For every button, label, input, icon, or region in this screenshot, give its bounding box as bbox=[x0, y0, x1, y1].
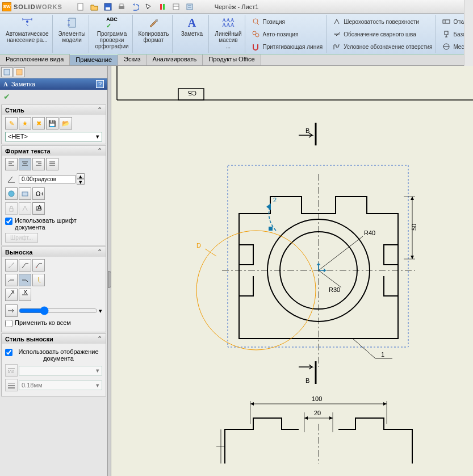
style-add-button[interactable]: ★ bbox=[19, 117, 31, 130]
balloon-button[interactable]: Позиция bbox=[251, 16, 323, 27]
help-icon[interactable]: ? bbox=[96, 80, 104, 88]
format-painter-button[interactable]: Копировать формат bbox=[135, 15, 173, 53]
tab-evaluate[interactable]: Анализировать bbox=[146, 55, 203, 65]
new-icon[interactable] bbox=[76, 2, 85, 11]
leader-left-button[interactable] bbox=[5, 274, 18, 286]
svg-rect-31 bbox=[16, 69, 22, 75]
angle-input[interactable] bbox=[19, 175, 76, 183]
geometric-tolerance-button[interactable]: Откл bbox=[442, 16, 467, 27]
open-icon[interactable] bbox=[90, 2, 99, 11]
tab-sketch[interactable]: Эскиз bbox=[118, 55, 146, 65]
target-icon bbox=[442, 42, 451, 51]
tab-annotation[interactable]: Примечание bbox=[70, 55, 118, 65]
hole-callout-button[interactable]: Условное обозначение отверстия bbox=[332, 41, 432, 52]
magnetic-line-button[interactable]: Притягивающая линия bbox=[251, 41, 323, 52]
style-save-button[interactable]: 💾 bbox=[46, 117, 58, 130]
balloon-icon bbox=[251, 17, 260, 26]
leader-no-underline-button[interactable]: x bbox=[19, 289, 31, 301]
style-header[interactable]: Стиль⌃ bbox=[2, 105, 106, 115]
note-button[interactable]: A Заметка bbox=[175, 15, 209, 53]
spell-icon: ABC✓ bbox=[105, 16, 119, 30]
feature-tree-tab[interactable] bbox=[1, 67, 12, 77]
align-right-button[interactable] bbox=[32, 158, 45, 170]
arrow-style-button[interactable] bbox=[5, 304, 18, 317]
ok-icon[interactable]: ✔ bbox=[3, 92, 10, 101]
svg-text:R30: R30 bbox=[329, 286, 340, 293]
model-items-button[interactable]: Элементы модели bbox=[55, 15, 90, 53]
leader-style-header[interactable]: Стиль выноски⌃ bbox=[2, 334, 106, 344]
line-style-select: ▾ bbox=[19, 366, 102, 375]
pm-confirm-bar: ✔ bbox=[0, 90, 107, 103]
svg-text:1: 1 bbox=[381, 351, 384, 358]
property-tab[interactable] bbox=[14, 67, 25, 77]
style-load-button[interactable]: 📂 bbox=[60, 117, 72, 130]
symbol-group: Шероховатость поверхности Обозначение св… bbox=[329, 15, 436, 53]
text-format-header[interactable]: Формат текста⌃ bbox=[2, 146, 106, 156]
svg-point-14 bbox=[253, 19, 258, 23]
leader-header[interactable]: Выноска⌃ bbox=[2, 247, 106, 257]
svg-line-71 bbox=[319, 236, 363, 270]
leader-bent-button[interactable] bbox=[32, 259, 45, 272]
weld-symbol-button[interactable]: Обозначение сварного шва bbox=[332, 28, 432, 40]
style-delete-button[interactable]: ✖ bbox=[32, 117, 45, 130]
surface-finish-button[interactable]: Шероховатость поверхности bbox=[332, 16, 432, 27]
svg-text:50: 50 bbox=[411, 224, 417, 231]
line-style-icon bbox=[5, 364, 18, 377]
smart-dimension-button[interactable]: Автоматическое нанесение ра... bbox=[2, 15, 53, 53]
align-left-button[interactable] bbox=[5, 158, 18, 170]
leader-nearest-button[interactable] bbox=[32, 274, 45, 286]
spell-check-button[interactable]: ABC✓ Программа проверки орфографии bbox=[91, 15, 132, 53]
hole-icon bbox=[332, 42, 341, 51]
leader-section: Выноска⌃ x x bbox=[1, 247, 106, 332]
datum-button[interactable]: Базо bbox=[442, 28, 467, 40]
pattern-icon: AAAAAA bbox=[221, 16, 235, 30]
svg-text:2: 2 bbox=[273, 197, 277, 203]
svg-text:СБ: СБ bbox=[188, 90, 196, 97]
lock-button[interactable] bbox=[5, 202, 18, 215]
surface-finish-icon bbox=[332, 17, 341, 26]
tab-office[interactable]: Продукты Office bbox=[203, 55, 261, 65]
align-center-button[interactable] bbox=[19, 158, 31, 170]
spin-down-button[interactable]: ▾ bbox=[77, 179, 85, 185]
angle-icon bbox=[5, 173, 18, 185]
apply-all-checkbox[interactable] bbox=[5, 320, 12, 327]
save-icon[interactable] bbox=[103, 2, 112, 11]
font-button[interactable]: Шрифт... bbox=[5, 233, 38, 243]
drawing-content: СБ В bbox=[111, 66, 473, 475]
leader-none-button[interactable] bbox=[5, 259, 18, 272]
line-weight-select: 0.18мм▾ bbox=[19, 381, 102, 390]
leader-slider[interactable] bbox=[19, 306, 98, 315]
insert-hyperlink-button[interactable] bbox=[5, 187, 18, 200]
svg-line-86 bbox=[205, 249, 216, 256]
add-symbol-button[interactable]: Ω+ bbox=[32, 187, 45, 200]
link-to-property-button[interactable] bbox=[19, 187, 31, 200]
note-icon: A bbox=[185, 16, 199, 30]
chevron-down-icon: ▾ bbox=[96, 133, 99, 140]
svg-rect-2 bbox=[106, 7, 110, 10]
insert-gtol-button[interactable] bbox=[19, 202, 31, 215]
svg-text:В: В bbox=[305, 377, 309, 384]
flag-button[interactable]: A bbox=[32, 202, 45, 215]
chevron-down-icon[interactable]: ▾ bbox=[99, 307, 102, 315]
use-doc-font-checkbox[interactable] bbox=[5, 218, 12, 225]
leader-right-button[interactable] bbox=[19, 274, 31, 286]
tab-view-layout[interactable]: Расположение вида bbox=[0, 55, 70, 65]
svg-rect-30 bbox=[4, 69, 10, 75]
use-doc-display-checkbox[interactable] bbox=[5, 349, 12, 356]
print-icon[interactable] bbox=[117, 2, 126, 11]
app-logo: SW bbox=[2, 2, 11, 11]
apply-all-label: Применить ко всем bbox=[15, 319, 71, 326]
style-paint-button[interactable]: ✎ bbox=[5, 117, 18, 130]
leader-underline-button[interactable]: x bbox=[5, 289, 18, 301]
title-bar: SW SOLIDWORKS Чертёж - Лист1 bbox=[0, 0, 473, 14]
drawing-canvas[interactable]: СБ В bbox=[111, 66, 473, 476]
leader-straight-button[interactable] bbox=[19, 259, 31, 272]
collapse-icon: ⌃ bbox=[97, 335, 102, 343]
linear-pattern-button[interactable]: AAAAAA Линейный массив ... bbox=[211, 15, 245, 53]
svg-rect-13 bbox=[156, 19, 158, 22]
datum-target-button[interactable]: Мест bbox=[442, 41, 467, 52]
auto-balloon-button[interactable]: Авто-позиция bbox=[251, 28, 323, 40]
style-select[interactable]: <НЕТ>▾ bbox=[5, 132, 102, 141]
balloon-group: Позиция Авто-позиция Притягивающая линия bbox=[248, 15, 327, 53]
align-justify-button[interactable] bbox=[46, 158, 58, 170]
